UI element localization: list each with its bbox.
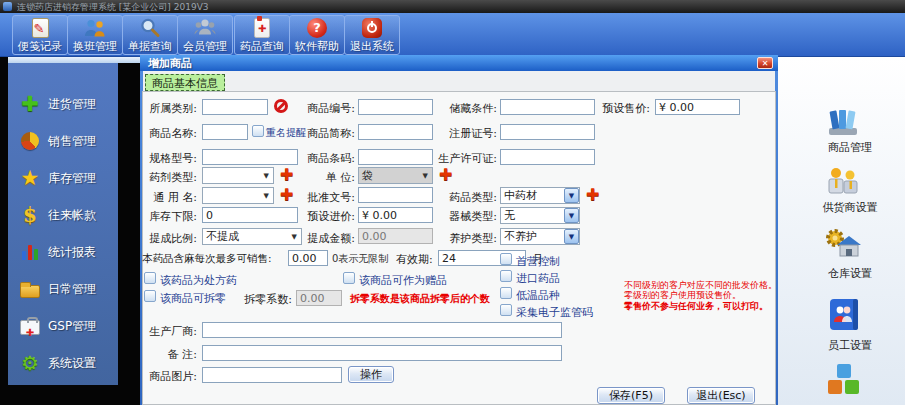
pie-chart-icon [17, 132, 43, 150]
short-name-input[interactable] [358, 124, 433, 140]
preset-cost-label: 预设进价: [300, 209, 355, 224]
tab-basic-info[interactable]: 商品基本信息 [145, 74, 225, 91]
help-question-icon: ? [307, 17, 327, 39]
dosage-type-label: 药剂类型: [142, 170, 197, 185]
stock-floor-input[interactable] [202, 207, 298, 223]
save-button[interactable]: 保存(F5) [597, 387, 665, 404]
care-type-combo[interactable]: 不养护▼ [500, 228, 580, 245]
prohibit-icon[interactable] [274, 99, 288, 113]
sidebar-item-inventory[interactable]: ★ 库存管理 [8, 163, 118, 193]
toolbar-button-drug-query[interactable]: 药品查询 [234, 15, 290, 55]
drug-type-combo[interactable]: 中药材▼ [500, 187, 580, 204]
toolbar-button-query[interactable]: 单据查询 [122, 15, 178, 55]
add-drug-type-icon[interactable]: ✚ [586, 187, 599, 203]
goods-books-icon[interactable] [824, 102, 862, 144]
image-label: 商品图片: [142, 369, 197, 384]
add-unit-icon[interactable]: ✚ [439, 167, 452, 183]
import-label: 进口药品 [516, 271, 560, 286]
reg-no-input[interactable] [500, 124, 595, 140]
validity-input[interactable] [438, 250, 526, 266]
unit-combo[interactable]: 袋▼ [358, 167, 433, 184]
storage-input[interactable] [500, 99, 595, 115]
dialog-titlebar: 增加商品 [140, 55, 778, 71]
image-input[interactable] [202, 367, 342, 383]
warehouse-house-gear-icon[interactable] [824, 224, 862, 266]
supplier-people-icon[interactable] [824, 163, 862, 205]
device-type-label: 器械类型: [435, 209, 497, 224]
product-no-input[interactable] [358, 99, 433, 115]
toolbar-button-help[interactable]: ? 软件帮助 [289, 15, 345, 55]
window-titlebar: 连锁药店进销存管理系统 [某企业公司] 2019V3 [0, 0, 905, 13]
manufacturer-input[interactable] [202, 322, 562, 338]
sidebar-item-settings[interactable]: ⚙ 系统设置 [8, 348, 118, 378]
ecode-label: 采集电子监管码 [516, 305, 593, 320]
gift-checkbox[interactable] [343, 272, 355, 284]
import-checkbox[interactable] [500, 270, 512, 282]
ecode-checkbox[interactable] [500, 304, 512, 316]
device-type-combo[interactable]: 无▼ [500, 207, 580, 224]
rp-item-goods[interactable]: 商品管理 [818, 140, 882, 155]
split-label: 该商品可拆零 [160, 291, 226, 306]
modules-cubes-icon[interactable] [822, 360, 866, 405]
approval-no-input[interactable] [358, 187, 433, 203]
remark-label: 备 注: [142, 347, 197, 362]
sidebar-item-purchase[interactable]: ✚ 进货管理 [8, 89, 118, 119]
care-type-label: 养护类型: [435, 231, 497, 246]
generic-name-combo[interactable]: ▼ [202, 187, 274, 204]
split-checkbox[interactable] [144, 290, 156, 302]
unit-label: 单 位: [300, 170, 355, 185]
barcode-input[interactable] [358, 149, 433, 165]
dosage-type-combo[interactable]: ▼ [202, 167, 274, 184]
dup-check-checkbox[interactable] [252, 125, 264, 137]
rx-label: 该药品为处方药 [160, 273, 237, 288]
max-sale-input[interactable] [288, 250, 328, 266]
commission-ratio-combo[interactable]: 不提成▼ [202, 228, 302, 245]
gift-label: 该商品可作为赠品 [359, 273, 447, 288]
max-sale-label: 本药品含麻每次最多可销售: [142, 252, 272, 266]
sidebar-item-accounts[interactable]: $ 往来帐款 [8, 200, 118, 230]
sidebar-item-sales[interactable]: 销售管理 [8, 126, 118, 156]
validity-label: 有效期: [396, 252, 433, 267]
short-name-label: 商品简称: [300, 126, 355, 141]
close-icon[interactable] [757, 57, 773, 69]
add-dosage-type-icon[interactable]: ✚ [280, 167, 293, 183]
sidebar-item-daily[interactable]: 日常管理 [8, 274, 118, 304]
toolbar-button-members[interactable]: 会员管理 [177, 15, 233, 55]
sidebar-item-reports[interactable]: 统计报表 [8, 237, 118, 267]
add-product-dialog: 增加商品 商品基本信息 所属类别: 商品编号: 储藏条件: 预设售价: 商品名称… [140, 55, 778, 405]
spec-input[interactable] [202, 149, 298, 165]
license-input[interactable] [500, 149, 595, 165]
dialog-title: 增加商品 [148, 56, 192, 71]
toolbar-button-shift[interactable]: 换班管理 [67, 15, 123, 55]
storage-label: 储藏条件: [435, 101, 497, 116]
add-generic-name-icon[interactable]: ✚ [280, 187, 293, 203]
first-aid-icon: ✚ [17, 317, 43, 335]
drug-type-label: 药品类型: [435, 190, 497, 205]
cold-checkbox[interactable] [500, 287, 512, 299]
preset-price-input[interactable] [655, 99, 740, 115]
application-window: 连锁药店进销存管理系统 [某企业公司] 2019V3 便笺记录 换班管理 单据查… [0, 0, 905, 405]
preset-cost-input[interactable] [358, 207, 433, 223]
green-cross-icon: ✚ [17, 92, 43, 116]
first-camp-checkbox[interactable] [500, 253, 512, 265]
remark-input[interactable] [202, 345, 562, 361]
left-sidebar: ✚ 进货管理 销售管理 ★ 库存管理 $ 往来帐款 统计报表 日常管理 ✚ GS… [8, 63, 118, 385]
image-operate-button[interactable]: 操作 [348, 366, 394, 383]
license-label: 生产许可证: [435, 151, 497, 166]
rp-item-supplier[interactable]: 供货商设置 [812, 200, 888, 215]
split-factor-note: 拆零系数是该商品拆零后的个数 [350, 292, 490, 306]
toolbar-button-exit[interactable]: 退出系统 [344, 15, 400, 55]
exit-button[interactable]: 退出(Esc) [687, 387, 755, 404]
bar-chart-icon [17, 244, 43, 260]
toolbar-button-notes[interactable]: 便笺记录 [12, 15, 68, 55]
name-input[interactable] [202, 124, 248, 140]
staff-book-icon[interactable] [826, 296, 862, 338]
power-icon [362, 17, 382, 39]
category-input[interactable] [202, 99, 268, 115]
sidebar-item-gsp[interactable]: ✚ GSP管理 [8, 311, 118, 341]
rp-item-staff[interactable]: 员工设置 [818, 338, 882, 353]
magnifier-icon [139, 17, 161, 39]
reg-no-label: 注册证号: [435, 126, 497, 141]
rp-item-warehouse[interactable]: 仓库设置 [818, 266, 882, 281]
rx-checkbox[interactable] [144, 272, 156, 284]
